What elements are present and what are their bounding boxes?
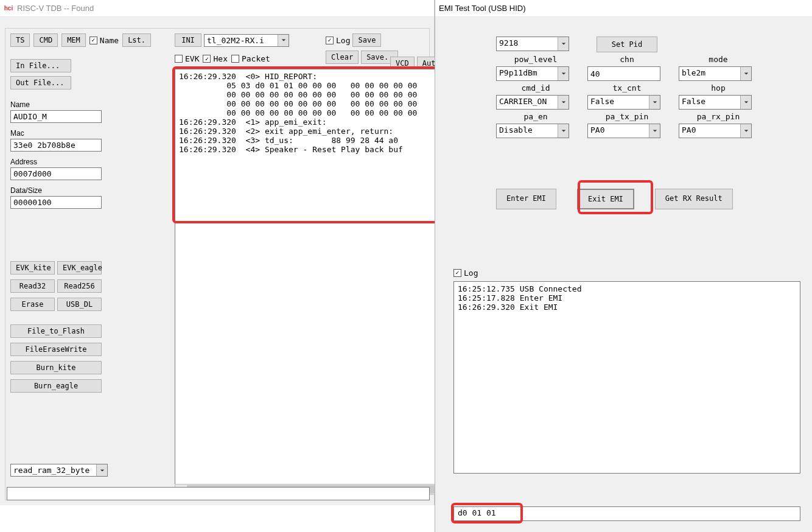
name-input[interactable] — [10, 110, 102, 123]
evk-checkbox[interactable]: EVK — [175, 54, 199, 63]
right-titlebar: EMI Test Tool (USB HID) — [435, 0, 812, 17]
file-to-flash-button[interactable]: File_to_Flash — [10, 324, 102, 338]
right-title: EMI Test Tool (USB HID) — [439, 4, 526, 13]
address-input[interactable] — [10, 167, 102, 180]
cmd-combo[interactable]: CARRIER_ON — [496, 95, 569, 110]
read256-button[interactable]: Read256 — [57, 279, 102, 293]
chn-input[interactable] — [587, 66, 660, 81]
cmd-value: CARRIER_ON — [499, 97, 547, 106]
parx-label: pa_rx_pin — [679, 112, 758, 121]
clear-button[interactable]: Clear — [326, 51, 359, 64]
chevron-down-icon — [558, 67, 569, 80]
read-ram-combo-wrap: read_ram_32_byte — [10, 464, 108, 477]
chevron-down-icon — [740, 67, 751, 80]
datasize-input[interactable] — [10, 196, 102, 209]
lst-button[interactable]: Lst. — [122, 33, 151, 47]
chevron-down-icon — [740, 96, 751, 109]
log-controls: ✓Log Save Clear Save.. — [326, 33, 398, 68]
txcnt-label: tx_cnt — [587, 83, 667, 93]
cmd-button[interactable]: CMD — [33, 33, 58, 47]
hex-checkbox[interactable]: ✓Hex — [203, 54, 227, 63]
paen-value: Disable — [499, 125, 533, 135]
datasize-label: Data/Size — [10, 186, 108, 195]
mac-input[interactable] — [10, 139, 102, 152]
name-checkbox[interactable]: ✓ Name — [89, 36, 119, 45]
pow-combo[interactable]: P9p11dBm — [496, 66, 569, 81]
patx-value: PA0 — [590, 125, 604, 135]
exit-emi-button[interactable]: Exit EMI — [577, 189, 634, 209]
burn-eagle-button[interactable]: Burn_eagle — [10, 379, 102, 393]
burn-kite-button[interactable]: Burn_kite — [10, 361, 102, 374]
parx-combo[interactable]: PA0 — [679, 124, 752, 138]
address-label: Address — [10, 158, 108, 166]
pow-value: P9p11dBm — [499, 68, 537, 77]
chevron-down-icon — [649, 124, 660, 138]
check-icon: ✓ — [203, 55, 211, 63]
log-chk-label: Log — [336, 36, 350, 45]
save-button[interactable]: Save — [352, 33, 381, 47]
read-ram-combo[interactable]: read_ram_32_byte — [10, 464, 108, 477]
file-erase-write-button[interactable]: FileEraseWrite — [10, 343, 102, 356]
mode-combo[interactable]: ble2m — [679, 66, 752, 81]
left-client: TS CMD MEM ✓ Name Lst. In File... Out Fi… — [5, 28, 430, 500]
evk-chk-label: EVK — [185, 54, 199, 63]
chevron-down-icon — [558, 96, 569, 109]
bottom-value[interactable]: d0 01 01 — [453, 506, 800, 521]
left-window: hci RISC-V TDB -- Found TS CMD MEM ✓ Nam… — [0, 0, 435, 505]
check-icon: ✓ — [89, 37, 97, 44]
check-icon: ✓ — [453, 269, 461, 277]
right-window: EMI Test Tool (USB HID) 9218 Set Pid pow… — [435, 0, 812, 532]
get-rx-button[interactable]: Get RX Result — [655, 189, 733, 209]
log-checkbox[interactable]: ✓Log — [326, 36, 350, 45]
check-icon: ✓ — [326, 37, 334, 44]
evk-kite-button[interactable]: EVK_kite — [10, 261, 55, 275]
in-file-button[interactable]: In File... — [10, 59, 71, 72]
pow-label: pow_level — [496, 55, 575, 64]
left-title: RISC-V TDB -- Found — [17, 4, 94, 13]
pid-combo[interactable]: 9218 — [496, 37, 569, 51]
left-titlebar: hci RISC-V TDB -- Found — [0, 0, 434, 17]
fields-panel: Name Mac Address Data/Size — [10, 100, 108, 215]
set-pid-button[interactable]: Set Pid — [597, 37, 657, 52]
mode-label: mode — [679, 55, 758, 64]
patx-combo[interactable]: PA0 — [587, 124, 660, 138]
button-column: EVK_kite EVK_eagle Read32 Read256 Erase … — [10, 261, 102, 393]
txcnt-combo[interactable]: False — [587, 95, 660, 110]
read32-button[interactable]: Read32 — [10, 279, 55, 293]
checkbox-icon — [231, 55, 239, 63]
vcd-button[interactable]: VCD — [390, 57, 415, 70]
chevron-down-icon — [649, 96, 660, 109]
paen-combo[interactable]: Disable — [496, 124, 569, 138]
ini-combo[interactable]: tl_02M2-RX.i — [204, 34, 289, 47]
chevron-down-icon — [558, 124, 569, 138]
hop-value: False — [682, 97, 705, 106]
packet-chk-label: Packet — [242, 54, 270, 63]
right-log-checkbox-wrap: ✓ Log — [453, 268, 478, 278]
hop-label: hop — [679, 83, 758, 93]
mem-button[interactable]: MEM — [61, 33, 86, 47]
name-label: Name — [10, 100, 108, 109]
ini-button[interactable]: INI — [175, 33, 201, 47]
left-log-view[interactable]: 16:26:29.320 <0> HID_REPORT: 05 03 d0 01… — [175, 69, 438, 489]
bottom-text-input[interactable] — [7, 487, 430, 500]
ts-button[interactable]: TS — [10, 33, 30, 47]
out-file-button[interactable]: Out File... — [10, 76, 71, 89]
erase-button[interactable]: Erase — [10, 298, 55, 311]
right-log-view[interactable]: 16:25:12.735 USB Connected 16:25:17.828 … — [453, 281, 800, 474]
mac-label: Mac — [10, 129, 108, 138]
chevron-down-icon — [558, 37, 569, 51]
io-buttons: In File... Out File... — [10, 59, 71, 89]
enter-emi-button[interactable]: Enter EMI — [496, 189, 556, 209]
right-log-chk-label: Log — [464, 268, 478, 278]
packet-checkbox[interactable]: Packet — [231, 54, 270, 63]
name-chk-label: Name — [100, 36, 119, 45]
hop-combo[interactable]: False — [679, 95, 752, 110]
checkbox-icon — [175, 55, 183, 63]
hex-chk-label: Hex — [213, 54, 227, 63]
right-log-checkbox[interactable]: ✓ Log — [453, 268, 478, 278]
mode-value: ble2m — [682, 68, 705, 77]
read-ram-value: read_ram_32_byte — [13, 466, 89, 475]
usb-dl-button[interactable]: USB_DL — [57, 298, 102, 311]
top-button-row: TS CMD MEM ✓ Name Lst. — [10, 33, 151, 47]
evk-eagle-button[interactable]: EVK_eagle — [57, 261, 102, 275]
